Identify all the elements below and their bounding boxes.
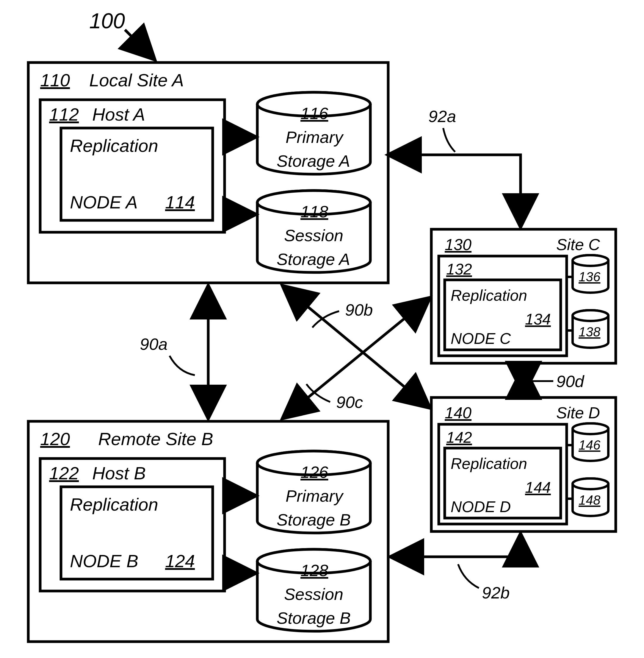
- session-storage-a-id: 118: [300, 202, 328, 221]
- storage-c-1: 136: [573, 255, 608, 293]
- figure-id-label: 100: [89, 9, 125, 33]
- primary-storage-b-line2: Storage B: [277, 510, 351, 529]
- site-a-title: Local Site A: [89, 70, 184, 90]
- node-a-title: NODE A: [70, 192, 138, 212]
- storage-d-1-id: 146: [579, 438, 601, 452]
- storage-c-2: 138: [573, 310, 608, 348]
- storage-c-1-id: 136: [579, 269, 601, 284]
- host-b-title: Host B: [92, 463, 146, 483]
- primary-storage-a-line1: Primary: [285, 128, 344, 147]
- session-storage-b-line2: Storage B: [277, 609, 351, 627]
- svg-point-14: [573, 310, 608, 321]
- node-a-id: 114: [165, 192, 195, 212]
- label-92b: 92b: [482, 583, 509, 602]
- session-storage-a-line2: Storage A: [277, 250, 350, 268]
- svg-point-19: [573, 479, 608, 489]
- node-d-id: 144: [525, 479, 551, 496]
- node-d-title: NODE D: [451, 498, 511, 516]
- connector-92a: [388, 155, 521, 227]
- site-b: 120 Remote Site B 122 Host B Replication…: [28, 421, 388, 642]
- node-c-title: NODE C: [451, 330, 511, 347]
- primary-storage-b-id: 126: [300, 463, 328, 481]
- site-c-title: Site C: [556, 236, 600, 254]
- site-a: 110 Local Site A 112 Host A Replication …: [28, 63, 388, 283]
- node-b-replication: Replication: [70, 495, 158, 514]
- node-d-replication: Replication: [451, 455, 527, 472]
- storage-d-1: 146: [573, 423, 608, 461]
- site-b-title: Remote Site B: [98, 429, 213, 449]
- storage-c-2-id: 138: [579, 325, 601, 339]
- svg-point-12: [573, 255, 608, 266]
- node-b-title: NODE B: [70, 551, 138, 571]
- leader-92a: [443, 128, 455, 152]
- session-storage-a-line1: Session: [284, 226, 343, 245]
- session-storage-b-id: 128: [300, 561, 328, 580]
- session-storage-b-line1: Session: [284, 585, 343, 604]
- primary-storage-a: 116 Primary Storage A: [257, 92, 370, 174]
- node-c-id: 134: [525, 310, 551, 328]
- node-c-replication: Replication: [451, 287, 527, 304]
- node-b-id: 124: [165, 551, 195, 571]
- host-a-title: Host A: [92, 105, 145, 125]
- leader-90a: [169, 356, 195, 375]
- connector-92b: [391, 534, 521, 557]
- primary-storage-b-line1: Primary: [285, 486, 344, 505]
- label-92a: 92a: [428, 107, 456, 126]
- label-90b: 90b: [345, 301, 373, 319]
- session-storage-a: 118 Session Storage A: [257, 191, 370, 272]
- site-c: 130 Site C 132 Replication 134 NODE C 13…: [431, 229, 616, 363]
- label-90c: 90c: [336, 393, 363, 412]
- storage-d-2: 148: [573, 479, 608, 516]
- primary-storage-a-line2: Storage A: [277, 152, 350, 170]
- site-d-title: Site D: [556, 404, 600, 422]
- site-d-id: 140: [445, 404, 472, 422]
- host-a-id: 112: [49, 105, 79, 125]
- architecture-diagram: 100 110 Local Site A 112 Host A Replicat…: [0, 0, 644, 658]
- host-d-id: 142: [446, 429, 472, 446]
- host-c-id: 132: [446, 261, 472, 278]
- label-90d: 90d: [556, 372, 584, 391]
- label-90a: 90a: [140, 335, 167, 353]
- node-a-replication: Replication: [70, 136, 158, 156]
- session-storage-b: 128 Session Storage B: [257, 549, 370, 631]
- site-a-id: 110: [40, 70, 70, 90]
- figure-pointer: [125, 30, 155, 60]
- site-c-id: 130: [445, 236, 472, 254]
- site-b-id: 120: [40, 429, 70, 449]
- leader-90c: [306, 384, 330, 402]
- site-d: 140 Site D 142 Replication 144 NODE D 14…: [431, 397, 616, 531]
- host-b-id: 122: [49, 463, 79, 483]
- primary-storage-b: 126 Primary Storage B: [257, 451, 370, 533]
- primary-storage-a-id: 116: [300, 104, 328, 123]
- leader-92b: [458, 564, 479, 588]
- storage-d-2-id: 148: [579, 493, 601, 507]
- svg-point-17: [573, 423, 608, 434]
